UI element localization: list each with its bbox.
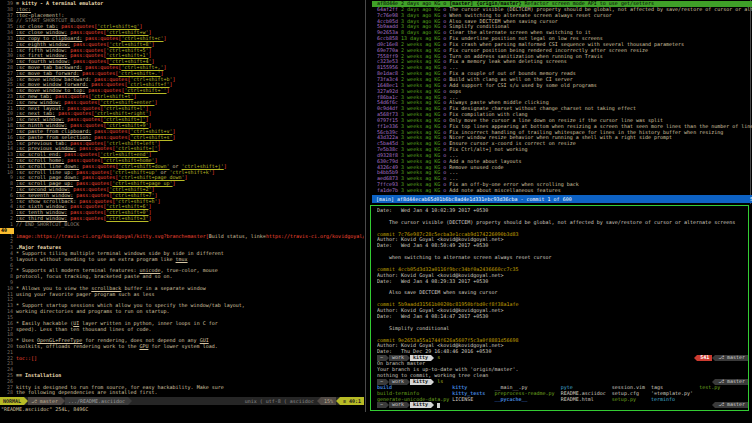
vim-editor-pane[interactable]: 39= kitty - A terminal emulator38:toc:37… (0, 1, 364, 412)
active-window-border: Date: Wed Jan 4 10:02:39 2017 +0530 The … (370, 205, 749, 411)
shell-line: The cursor visible (DECTCEM) property sh… (377, 220, 748, 226)
vim-filename: .../README.asciidoc (65, 397, 128, 405)
tig-log-pane[interactable]: af8d44e 2 days ago KG o [master] {origin… (372, 1, 752, 203)
vim-mode-indicator: NORMAL (0, 397, 24, 405)
prompt-badge: 541 (697, 355, 712, 361)
vim-file-info: unix ( utf-8 ( asciidoc (242, 397, 317, 405)
line-number: 28 (0, 390, 16, 396)
vim-message-line: "README.asciidoc" 254L, 8496C (1, 406, 363, 413)
pane-divider (365, 0, 366, 412)
vim-git-branch: ⎇ master (28, 397, 61, 405)
shell-pane[interactable]: Date: Wed Jan 4 10:02:39 2017 +0530 The … (371, 206, 748, 410)
vim-line: 1image::https://travis-ci.org/kovidgoyal… (0, 234, 364, 240)
shell-line: ~workkitty ⎇ master (377, 402, 748, 408)
prompt-git-branch: ⎇ master (715, 402, 748, 408)
terminal-cursor (437, 403, 440, 408)
prompt-git-branch: ⎇ master (715, 355, 748, 361)
git-branch-icon: ⎇ (31, 398, 37, 404)
prompt-cwd: kitty (410, 402, 431, 408)
vim-cursor-position: ≡ 40:1 (340, 397, 364, 405)
tig-status-text: [main] af8d44ecab65d01b6bc8ad4e1d331ebc9… (376, 195, 572, 203)
kitty-terminal: { "colors":{ "background":"#000000","vim… (0, 0, 752, 423)
commit-row[interactable]: fa1de7b 3 weeks ag KG o Add note about m… (372, 188, 752, 194)
vim-scroll-percent: 15% (321, 397, 336, 405)
powerline-arrow-icon (128, 397, 132, 405)
vim-line: 28the following dependencies are install… (0, 390, 364, 396)
vim-statusline: NORMAL ⎇ master .../README.asciidoc unix… (0, 397, 364, 405)
tig-status-bar: [main] af8d44ecab65d01b6bc8ad4e1d331ebc9… (372, 195, 752, 203)
